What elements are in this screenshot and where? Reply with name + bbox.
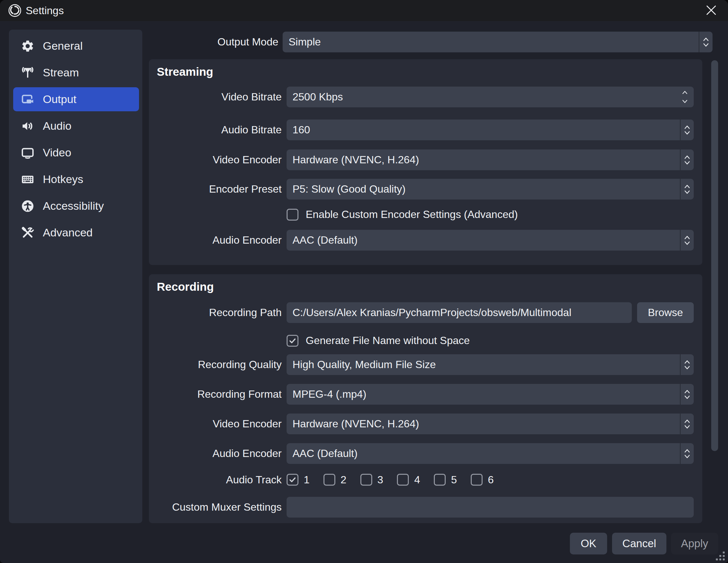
recording-quality-label: Recording Quality xyxy=(149,358,282,371)
audio-bitrate-label: Audio Bitrate xyxy=(149,124,282,136)
recording-quality-select[interactable]: High Quality, Medium File Size xyxy=(287,354,694,375)
rec-video-encoder-label: Video Encoder xyxy=(149,418,282,430)
sidebar-item-stream[interactable]: Stream xyxy=(13,61,139,85)
sidebar-item-output[interactable]: Output xyxy=(13,87,139,111)
video-bitrate-input[interactable]: 2500 Kbps xyxy=(287,87,694,107)
custom-muxer-label: Custom Muxer Settings xyxy=(149,501,282,513)
ok-button[interactable]: OK xyxy=(570,533,607,554)
accessibility-person-icon xyxy=(20,199,35,213)
recording-path-value: C:/Users/Alex Kranias/PycharmProjects/ob… xyxy=(293,306,572,319)
combo-arrows-icon xyxy=(680,354,694,375)
obs-logo-icon xyxy=(8,4,22,17)
recording-path-row: Recording Path C:/Users/Alex Kranias/Pyc… xyxy=(149,302,702,323)
generate-filename-label: Generate File Name without Space xyxy=(306,334,470,347)
audio-track-6-checkbox[interactable] xyxy=(471,474,483,486)
output-mode-label: Output Mode xyxy=(145,32,278,52)
keyboard-icon xyxy=(20,172,35,187)
sidebar-item-video[interactable]: Video xyxy=(13,141,139,165)
close-button[interactable] xyxy=(704,3,719,18)
audio-track-4-checkbox[interactable] xyxy=(397,474,409,486)
video-bitrate-row: Video Bitrate 2500 Kbps xyxy=(149,87,702,107)
encoder-preset-select[interactable]: P5: Slow (Good Quality) xyxy=(287,179,694,200)
sidebar-item-accessibility[interactable]: Accessibility xyxy=(13,194,139,218)
sidebar-item-label: Video xyxy=(43,146,71,159)
video-bitrate-label: Video Bitrate xyxy=(149,91,282,103)
combo-arrows-icon xyxy=(680,443,694,464)
resize-grip[interactable] xyxy=(714,550,725,561)
apply-button[interactable]: Apply xyxy=(671,533,718,554)
stream-audio-encoder-select[interactable]: AAC (Default) xyxy=(287,230,694,251)
combo-arrows-icon xyxy=(680,413,694,434)
rec-video-encoder-row: Video Encoder Hardware (NVENC, H.264) xyxy=(149,413,702,434)
audio-bitrate-value: 160 xyxy=(293,124,310,136)
sidebar-item-label: Advanced xyxy=(43,226,93,239)
recording-heading: Recording xyxy=(157,280,214,293)
stream-video-encoder-value: Hardware (NVENC, H.264) xyxy=(293,154,419,166)
audio-track-3-checkbox[interactable] xyxy=(360,474,372,486)
sidebar-item-label: Audio xyxy=(43,120,71,132)
combo-arrows-icon xyxy=(680,384,694,405)
recording-format-select[interactable]: MPEG-4 (.mp4) xyxy=(287,384,694,405)
speaker-icon xyxy=(20,119,35,133)
rec-audio-encoder-select[interactable]: AAC (Default) xyxy=(287,443,694,464)
streaming-panel: Streaming Video Bitrate 2500 Kbps Audio … xyxy=(149,59,702,265)
gear-icon xyxy=(20,39,35,53)
custom-encoder-settings-checkbox[interactable] xyxy=(287,209,298,221)
audio-track-2-checkbox[interactable] xyxy=(323,474,335,486)
stream-audio-encoder-row: Audio Encoder AAC (Default) xyxy=(149,230,702,251)
rec-video-encoder-select[interactable]: Hardware (NVENC, H.264) xyxy=(287,413,694,434)
recording-quality-row: Recording Quality High Quality, Medium F… xyxy=(149,354,702,375)
audio-track-5: 5 xyxy=(434,474,457,486)
rec-audio-encoder-value: AAC (Default) xyxy=(293,447,357,460)
encoder-preset-value: P5: Slow (Good Quality) xyxy=(293,183,406,195)
stream-audio-encoder-label: Audio Encoder xyxy=(149,234,282,246)
broadcast-antenna-icon xyxy=(20,66,35,80)
rec-audio-encoder-row: Audio Encoder AAC (Default) xyxy=(149,443,702,464)
titlebar: Settings xyxy=(0,0,728,21)
screen-record-icon xyxy=(20,92,35,107)
combo-arrows-icon xyxy=(680,150,694,170)
audio-bitrate-select[interactable]: 160 xyxy=(287,120,694,140)
audio-track-5-checkbox[interactable] xyxy=(434,474,446,486)
stream-video-encoder-label: Video Encoder xyxy=(149,154,282,166)
custom-encoder-settings-row: Enable Custom Encoder Settings (Advanced… xyxy=(287,209,518,221)
recording-path-label: Recording Path xyxy=(149,306,282,319)
audio-track-1-checkbox[interactable] xyxy=(287,474,298,486)
rec-video-encoder-value: Hardware (NVENC, H.264) xyxy=(293,418,419,430)
sidebar-item-label: Output xyxy=(43,93,76,106)
output-mode-select[interactable]: Simple xyxy=(283,32,713,52)
sidebar-item-audio[interactable]: Audio xyxy=(13,114,139,138)
custom-encoder-settings-label: Enable Custom Encoder Settings (Advanced… xyxy=(306,209,518,221)
sidebar-item-hotkeys[interactable]: Hotkeys xyxy=(13,167,139,191)
sidebar-item-advanced[interactable]: Advanced xyxy=(13,221,139,245)
audio-track-row: Audio Track 1 2 xyxy=(149,472,702,487)
video-bitrate-value: 2500 Kbps xyxy=(293,91,343,103)
generate-filename-row: Generate File Name without Space xyxy=(287,334,470,347)
generate-filename-checkbox[interactable] xyxy=(287,335,298,347)
custom-muxer-input[interactable] xyxy=(287,497,694,518)
audio-track-2: 2 xyxy=(323,474,347,486)
encoder-preset-row: Encoder Preset P5: Slow (Good Quality) xyxy=(149,179,702,200)
tools-icon xyxy=(20,226,35,240)
audio-track-label: Audio Track xyxy=(149,474,282,486)
audio-track-1: 1 xyxy=(287,474,310,486)
audio-bitrate-row: Audio Bitrate 160 xyxy=(149,120,702,140)
recording-path-input[interactable]: C:/Users/Alex Kranias/PycharmProjects/ob… xyxy=(287,302,632,323)
stream-video-encoder-select[interactable]: Hardware (NVENC, H.264) xyxy=(287,150,694,170)
stream-video-encoder-row: Video Encoder Hardware (NVENC, H.264) xyxy=(149,150,702,170)
monitor-icon xyxy=(20,146,35,160)
audio-track-3: 3 xyxy=(360,474,383,486)
combo-arrows-icon xyxy=(680,120,694,140)
vertical-scrollbar-thumb[interactable] xyxy=(711,60,718,451)
settings-sidebar: General Stream xyxy=(9,30,142,523)
sidebar-item-general[interactable]: General xyxy=(13,34,139,58)
recording-format-row: Recording Format MPEG-4 (.mp4) xyxy=(149,384,702,405)
streaming-heading: Streaming xyxy=(157,65,213,78)
sidebar-item-label: Stream xyxy=(43,66,79,79)
recording-format-value: MPEG-4 (.mp4) xyxy=(293,388,366,400)
custom-muxer-row: Custom Muxer Settings xyxy=(149,497,702,518)
cancel-button[interactable]: Cancel xyxy=(612,533,666,554)
spinner-arrows-icon[interactable] xyxy=(678,87,692,107)
browse-button[interactable]: Browse xyxy=(637,302,694,323)
combo-arrows-icon xyxy=(680,230,694,251)
